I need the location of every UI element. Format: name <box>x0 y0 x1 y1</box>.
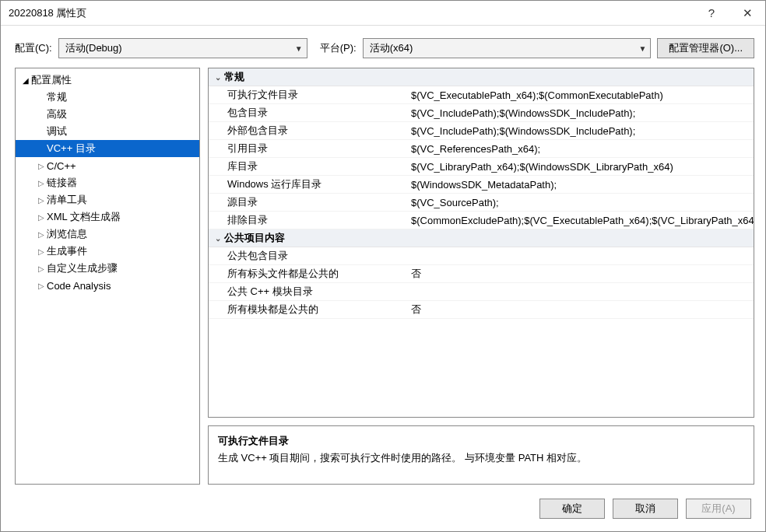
tree-item-label: VC++ 目录 <box>47 142 96 156</box>
help-button[interactable]: ? <box>694 1 729 26</box>
property-value[interactable]: 否 <box>408 267 754 281</box>
config-platform-bar: 配置(C): 活动(Debug) ▼ 平台(P): 活动(x64) ▼ 配置管理… <box>1 26 765 68</box>
description-panel: 可执行文件目录 生成 VC++ 项目期间，搜索可执行文件时使用的路径。 与环境变… <box>208 425 754 485</box>
property-row[interactable]: 所有模块都是公共的否 <box>209 301 754 319</box>
chevron-down-icon: ⌄ <box>212 234 224 243</box>
chevron-down-icon: ⌄ <box>212 73 224 82</box>
triangle-right-icon: ▷ <box>36 282 47 290</box>
tree-item[interactable]: ▷自定义生成步骤 <box>16 260 199 277</box>
cancel-button[interactable]: 取消 <box>613 499 678 519</box>
triangle-right-icon: ▷ <box>36 264 47 273</box>
property-value[interactable]: $(CommonExcludePath);$(VC_ExecutablePath… <box>408 215 754 226</box>
close-button[interactable]: ✕ <box>729 1 765 26</box>
tree-item[interactable]: 高级 <box>16 106 199 123</box>
property-value[interactable]: 否 <box>408 303 754 317</box>
property-name: 源目录 <box>209 195 408 209</box>
config-label: 配置(C): <box>15 41 52 55</box>
property-row[interactable]: 可执行文件目录$(VC_ExecutablePath_x64);$(Common… <box>209 86 754 104</box>
platform-value: 活动(x64) <box>370 41 413 55</box>
property-pages-dialog: 20220818 属性页 ? ✕ 配置(C): 活动(Debug) ▼ 平台(P… <box>0 0 766 532</box>
tree-item[interactable]: 调试 <box>16 123 199 140</box>
config-manager-button[interactable]: 配置管理器(O)... <box>657 38 754 58</box>
property-value[interactable]: $(VC_IncludePath);$(WindowsSDK_IncludePa… <box>408 125 754 137</box>
platform-dropdown[interactable]: 活动(x64) ▼ <box>363 38 652 58</box>
property-value[interactable]: $(VC_ReferencesPath_x64); <box>408 143 754 155</box>
property-name: 公共包含目录 <box>209 249 408 263</box>
property-row[interactable]: 源目录$(VC_SourcePath); <box>209 194 754 212</box>
property-row[interactable]: 公共 C++ 模块目录 <box>209 283 754 301</box>
tree-item[interactable]: 常规 <box>16 89 199 106</box>
dialog-footer: 确定 取消 应用(A) <box>1 492 765 531</box>
property-grid[interactable]: ⌄ 常规 可执行文件目录$(VC_ExecutablePath_x64);$(C… <box>208 68 754 418</box>
apply-button[interactable]: 应用(A) <box>686 499 751 519</box>
property-row[interactable]: 外部包含目录$(VC_IncludePath);$(WindowsSDK_Inc… <box>209 122 754 140</box>
tree-item-label: XML 文档生成器 <box>47 210 121 224</box>
ok-button[interactable]: 确定 <box>539 499 605 519</box>
tree-root[interactable]: ◢ 配置属性 <box>16 72 199 89</box>
property-row[interactable]: 库目录$(VC_LibraryPath_x64);$(WindowsSDK_Li… <box>209 158 754 176</box>
tree-item[interactable]: ▷C/C++ <box>16 157 199 174</box>
config-value: 活动(Debug) <box>65 41 122 55</box>
tree-item-label: 浏览信息 <box>47 227 87 241</box>
property-name: 可执行文件目录 <box>209 88 408 102</box>
tree-item[interactable]: ▷链接器 <box>16 174 199 191</box>
property-name: 引用目录 <box>209 142 408 156</box>
tree-item-label: 常规 <box>47 90 67 104</box>
description-title: 可执行文件目录 <box>218 434 744 448</box>
tree-item-label: 自定义生成步骤 <box>47 261 118 275</box>
property-name: 所有标头文件都是公共的 <box>209 267 408 281</box>
tree-item-label: 清单工具 <box>47 193 87 207</box>
property-row[interactable]: Windows 运行库目录$(WindowsSDK_MetadataPath); <box>209 176 754 194</box>
main-area: ◢ 配置属性 常规高级调试VC++ 目录▷C/C++▷链接器▷清单工具▷XML … <box>1 68 765 492</box>
property-value[interactable]: $(VC_SourcePath); <box>408 197 754 208</box>
tree-item[interactable]: ▷XML 文档生成器 <box>16 208 199 226</box>
group-label: 公共项目内容 <box>224 231 285 245</box>
tree-item-label: 链接器 <box>47 176 77 190</box>
triangle-right-icon: ▷ <box>36 230 47 239</box>
triangle-right-icon: ▷ <box>36 196 47 205</box>
property-row[interactable]: 包含目录$(VC_IncludePath);$(WindowsSDK_Inclu… <box>209 104 754 122</box>
property-name: 外部包含目录 <box>209 124 408 138</box>
property-row[interactable]: 引用目录$(VC_ReferencesPath_x64); <box>209 140 754 158</box>
config-dropdown[interactable]: 活动(Debug) ▼ <box>58 38 307 58</box>
titlebar: 20220818 属性页 ? ✕ <box>1 1 765 26</box>
category-tree[interactable]: ◢ 配置属性 常规高级调试VC++ 目录▷C/C++▷链接器▷清单工具▷XML … <box>15 68 200 485</box>
property-row[interactable]: 公共包含目录 <box>209 247 754 265</box>
tree-item-label: 调试 <box>47 124 67 138</box>
triangle-right-icon: ▷ <box>36 179 47 187</box>
property-group-public[interactable]: ⌄ 公共项目内容 <box>209 229 754 247</box>
property-value[interactable]: $(VC_LibraryPath_x64);$(WindowsSDK_Libra… <box>408 161 754 173</box>
right-pane: ⌄ 常规 可执行文件目录$(VC_ExecutablePath_x64);$(C… <box>208 68 754 485</box>
property-group-general[interactable]: ⌄ 常规 <box>209 68 754 86</box>
property-name: 公共 C++ 模块目录 <box>209 285 408 299</box>
tree-item[interactable]: ▷生成事件 <box>16 243 199 260</box>
tree-item-label: Code Analysis <box>47 280 111 292</box>
tree-item[interactable]: ▷清单工具 <box>16 191 199 208</box>
property-value[interactable]: $(VC_ExecutablePath_x64);$(CommonExecuta… <box>408 89 754 101</box>
triangle-right-icon: ▷ <box>36 162 47 170</box>
tree-item[interactable]: VC++ 目录 <box>16 140 199 157</box>
property-row[interactable]: 排除目录$(CommonExcludePath);$(VC_Executable… <box>209 212 754 229</box>
triangle-down-icon: ◢ <box>20 76 31 85</box>
tree-item-label: 生成事件 <box>47 244 87 258</box>
group-label: 常规 <box>224 70 244 84</box>
tree-item[interactable]: ▷浏览信息 <box>16 226 199 243</box>
property-name: 库目录 <box>209 159 408 173</box>
window-title: 20220818 属性页 <box>9 6 694 20</box>
property-value[interactable]: $(WindowsSDK_MetadataPath); <box>408 179 754 191</box>
property-name: 排除目录 <box>209 213 408 227</box>
description-text: 生成 VC++ 项目期间，搜索可执行文件时使用的路径。 与环境变量 PATH 相… <box>218 451 744 465</box>
tree-item-label: C/C++ <box>47 160 76 172</box>
property-row[interactable]: 所有标头文件都是公共的否 <box>209 265 754 283</box>
property-name: 包含目录 <box>209 106 408 120</box>
triangle-right-icon: ▷ <box>36 213 47 222</box>
property-name: Windows 运行库目录 <box>209 177 408 191</box>
tree-root-label: 配置属性 <box>31 73 72 87</box>
tree-item[interactable]: ▷Code Analysis <box>16 277 199 294</box>
triangle-right-icon: ▷ <box>36 247 47 256</box>
property-value[interactable]: $(VC_IncludePath);$(WindowsSDK_IncludePa… <box>408 107 754 119</box>
tree-item-label: 高级 <box>47 107 67 121</box>
platform-label: 平台(P): <box>320 41 357 55</box>
property-name: 所有模块都是公共的 <box>209 303 408 317</box>
